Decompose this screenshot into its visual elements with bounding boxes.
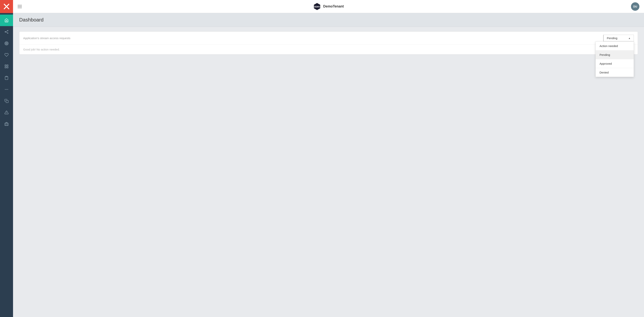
demo-logo-icon: DEMO [313, 3, 321, 10]
dropdown-item-denied[interactable]: Denied [596, 68, 634, 77]
sidebar-item-briefcase[interactable] [0, 118, 13, 130]
svg-point-17 [5, 89, 6, 90]
main-content: DEMO DemoTenant DU Dashboard Application… [13, 0, 644, 317]
filter-dropdown-button[interactable]: Pending ▲ [603, 35, 634, 42]
svg-line-6 [6, 32, 7, 33]
request-card-header: Application's stream access requests Pen… [19, 32, 638, 45]
page-title: Dashboard [19, 17, 638, 23]
filter-dropdown-wrapper: Pending ▲ Action needed Pending [603, 35, 634, 42]
svg-line-5 [6, 31, 7, 32]
svg-point-18 [6, 89, 7, 90]
user-avatar[interactable]: DU [631, 2, 640, 11]
svg-rect-13 [7, 65, 8, 66]
svg-rect-20 [6, 100, 8, 103]
sidebar [0, 0, 13, 317]
topbar-right: DU [631, 2, 640, 11]
page-body: Application's stream access requests Pen… [13, 27, 644, 59]
filter-selected-value: Pending [607, 37, 617, 40]
sidebar-item-alert[interactable] [0, 107, 13, 118]
svg-rect-15 [5, 67, 6, 68]
sidebar-item-home[interactable] [0, 15, 13, 26]
no-action-text: Good job! No action needed. [23, 48, 60, 51]
tenant-name: DemoTenant [323, 5, 344, 9]
page-header: Dashboard [13, 13, 644, 27]
sidebar-item-connections[interactable] [0, 26, 13, 38]
sidebar-item-health[interactable] [0, 49, 13, 61]
svg-rect-23 [5, 123, 8, 126]
svg-rect-16 [6, 76, 7, 77]
sidebar-logo [0, 0, 13, 13]
request-card: Application's stream access requests Pen… [19, 32, 638, 55]
dropdown-item-pending[interactable]: Pending [596, 51, 634, 59]
sidebar-navigation [0, 13, 13, 130]
sidebar-item-copy[interactable] [0, 95, 13, 107]
svg-text:DEMO: DEMO [314, 6, 320, 8]
topbar-left [18, 5, 22, 8]
page-content: Dashboard Application's stream access re… [13, 13, 644, 317]
filter-dropdown-menu: Action needed Pending Approved Denied [596, 42, 634, 77]
svg-point-10 [6, 42, 8, 45]
dropdown-item-action-needed[interactable]: Action needed [596, 42, 634, 51]
sidebar-item-clipboard[interactable] [0, 72, 13, 84]
topbar: DEMO DemoTenant DU [13, 0, 644, 13]
sidebar-item-more[interactable] [0, 84, 13, 95]
chevron-up-icon: ▲ [628, 37, 630, 40]
sidebar-item-target[interactable] [0, 38, 13, 49]
topbar-center: DEMO DemoTenant [313, 3, 344, 10]
svg-rect-14 [7, 67, 8, 68]
sidebar-item-grid[interactable] [0, 61, 13, 72]
svg-point-11 [6, 43, 7, 44]
request-card-body: Good job! No action needed. [19, 45, 638, 54]
request-label: Application's stream access requests [23, 37, 70, 40]
svg-rect-12 [5, 65, 6, 66]
dropdown-item-approved[interactable]: Approved [596, 59, 634, 68]
hamburger-button[interactable] [18, 5, 22, 8]
svg-point-19 [8, 89, 8, 90]
